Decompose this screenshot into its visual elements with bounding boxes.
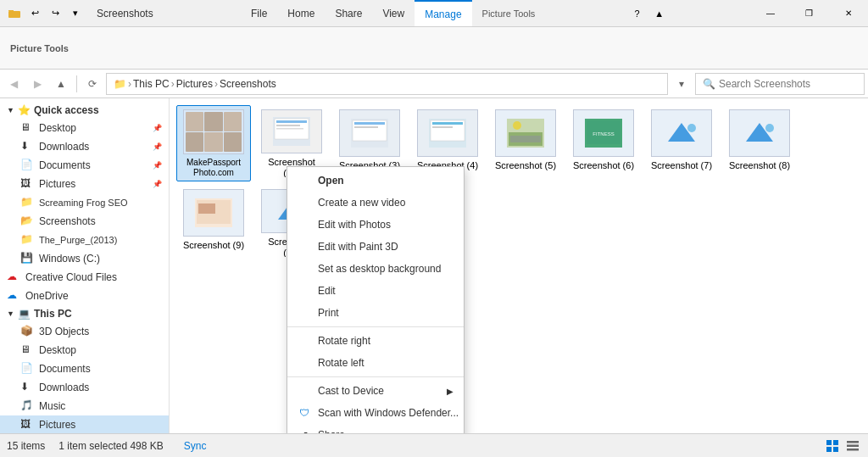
- path-this-pc[interactable]: This PC: [133, 78, 170, 90]
- documents-pc-icon: 📄: [20, 362, 34, 376]
- content-area: MakePassportPhoto.com Screenshot(10): [170, 98, 868, 433]
- sidebar-item-windows-c-quick[interactable]: 💾 Windows (C:): [0, 249, 169, 268]
- back-button[interactable]: ◀: [3, 74, 24, 94]
- tab-view[interactable]: View: [372, 0, 415, 26]
- file-name-screenshot7: Screenshot (7): [651, 160, 712, 171]
- file-item-screenshot8[interactable]: Screenshot (8): [722, 105, 797, 181]
- svg-rect-13: [432, 122, 463, 125]
- window-controls: — ❐ ✕: [751, 0, 868, 27]
- quick-access-toolbar: ↩ ↪ ▾: [0, 0, 90, 26]
- ctx-edit-paint3d[interactable]: Edit with Paint 3D: [287, 236, 464, 258]
- search-box[interactable]: 🔍: [695, 73, 865, 95]
- address-path[interactable]: 📁 › This PC › Pictures › Screenshots: [106, 73, 668, 95]
- pin-icon-doc: 📌: [153, 161, 162, 170]
- sidebar-group-this-pc[interactable]: ▼ 💻 This PC: [0, 305, 169, 322]
- file-item-screenshot6[interactable]: FITNESS Screenshot (6): [566, 105, 641, 181]
- minimize-button[interactable]: —: [751, 0, 790, 27]
- ctx-rotate-left[interactable]: Rotate left: [287, 352, 464, 374]
- svg-point-27: [765, 124, 774, 132]
- ctx-share[interactable]: ↗ Share: [287, 424, 464, 433]
- ctx-set-desktop[interactable]: Set as desktop background: [287, 258, 464, 280]
- svg-rect-40: [833, 447, 838, 452]
- ctx-scan-defender[interactable]: 🛡 Scan with Windows Defender...: [287, 402, 464, 424]
- tab-manage[interactable]: Manage: [415, 0, 471, 26]
- folder-purge-icon: 📁: [20, 233, 34, 247]
- file-item-screenshot5[interactable]: Screenshot (5): [488, 105, 563, 181]
- file-item-screenshot7[interactable]: Screenshot (7): [644, 105, 719, 181]
- file-thumbnail-makepassport: [183, 109, 244, 154]
- pin-icon: 📌: [153, 124, 162, 132]
- folder-icon-btn[interactable]: [5, 4, 24, 23]
- tab-file[interactable]: File: [241, 0, 277, 26]
- sidebar-item-desktop-pc[interactable]: 🖥 Desktop: [0, 341, 169, 359]
- list-view-button[interactable]: [844, 437, 861, 454]
- dropdown-btn[interactable]: ▾: [66, 4, 85, 23]
- path-pictures[interactable]: Pictures: [176, 78, 213, 90]
- sidebar-item-onedrive[interactable]: ☁ OneDrive: [0, 287, 169, 305]
- sidebar-item-pictures-pc[interactable]: 🖼 Pictures: [0, 415, 169, 433]
- title-bar: ↩ ↪ ▾ Screenshots File Home Share View M…: [0, 0, 868, 27]
- svg-rect-18: [510, 136, 541, 142]
- file-thumbnail-screenshot3: [339, 109, 400, 157]
- redo-btn[interactable]: ↪: [46, 4, 64, 23]
- ctx-edit[interactable]: Edit: [287, 280, 464, 302]
- rotate-right-icon: [298, 334, 311, 348]
- svg-rect-39: [826, 447, 832, 452]
- ctx-rotate-right[interactable]: Rotate right: [287, 330, 464, 352]
- sidebar-item-3d-objects[interactable]: 📦 3D Objects: [0, 322, 169, 341]
- file-item-makepassport[interactable]: MakePassportPhoto.com: [176, 105, 251, 181]
- sidebar-group-quick-access[interactable]: ▼ ⭐ Quick access: [0, 102, 169, 119]
- sidebar-item-downloads[interactable]: ⬇ Downloads 📌: [0, 137, 169, 156]
- window-title: Screenshots: [90, 8, 160, 20]
- shield-icon: 🛡: [298, 406, 311, 420]
- close-button[interactable]: ✕: [829, 0, 868, 27]
- search-input[interactable]: [719, 78, 857, 90]
- sidebar-item-purge[interactable]: 📁 The_Purge_(2013): [0, 231, 169, 249]
- cast-icon: [298, 384, 311, 398]
- up-button[interactable]: ▲: [51, 74, 71, 94]
- onedrive-icon: ☁: [7, 289, 20, 303]
- status-bar: 15 items 1 item selected 498 KB Sync: [0, 433, 868, 457]
- tab-home[interactable]: Home: [277, 0, 325, 26]
- drive-icon: 💾: [20, 252, 34, 265]
- sidebar-item-music[interactable]: 🎵 Music: [0, 397, 169, 415]
- ctx-print[interactable]: Print: [287, 302, 464, 324]
- collapse-ribbon-btn[interactable]: ▲: [648, 4, 670, 23]
- undo-btn[interactable]: ↩: [25, 4, 44, 23]
- forward-button[interactable]: ▶: [27, 74, 47, 94]
- grid-view-button[interactable]: [824, 437, 841, 454]
- file-name-makepassport: MakePassportPhoto.com: [186, 158, 241, 177]
- music-icon: 🎵: [20, 399, 34, 413]
- refresh-button[interactable]: ⟳: [82, 74, 103, 94]
- sidebar-item-desktop[interactable]: 🖥 Desktop 📌: [0, 119, 169, 137]
- address-dropdown-button[interactable]: ▾: [671, 74, 692, 94]
- path-screenshots[interactable]: Screenshots: [220, 78, 276, 90]
- svg-rect-9: [354, 122, 385, 125]
- creative-cloud-icon: ☁: [7, 270, 20, 284]
- main-area: ▼ ⭐ Quick access 🖥 Desktop 📌 ⬇ Downloads…: [0, 98, 868, 433]
- quick-access-label: Quick access: [34, 104, 99, 116]
- paint3d-icon: [298, 240, 311, 254]
- sidebar-item-creative-cloud[interactable]: ☁ Creative Cloud Files: [0, 268, 169, 287]
- sidebar-item-screenshots[interactable]: 📂 Screenshots: [0, 212, 169, 231]
- sidebar-item-screaming-frog[interactable]: 📁 Screaming Frog SEO: [0, 193, 169, 212]
- sidebar-item-documents-pc[interactable]: 📄 Documents: [0, 359, 169, 378]
- selected-info: 1 item selected 498 KB: [58, 440, 163, 452]
- chevron-this-pc-icon: ▼: [7, 309, 14, 318]
- sidebar-item-downloads-pc[interactable]: ⬇ Downloads: [0, 378, 169, 397]
- ctx-cast[interactable]: Cast to Device ▶: [287, 380, 464, 402]
- sidebar-item-pictures[interactable]: 🖼 Pictures 📌: [0, 175, 169, 193]
- rotate-left-icon: [298, 356, 311, 370]
- svg-point-17: [513, 121, 521, 130]
- file-name-screenshot5: Screenshot (5): [495, 160, 556, 171]
- file-item-screenshot9[interactable]: Screenshot (9): [176, 185, 251, 261]
- svg-rect-10: [354, 126, 378, 128]
- ctx-edit-photos[interactable]: Edit with Photos: [287, 214, 464, 236]
- help-btn[interactable]: ?: [626, 4, 648, 23]
- tab-picture-tools[interactable]: Picture Tools: [472, 0, 546, 26]
- tab-share[interactable]: Share: [325, 0, 372, 26]
- ctx-open[interactable]: Open: [287, 170, 464, 192]
- sidebar-item-documents[interactable]: 📄 Documents 📌: [0, 156, 169, 175]
- ctx-create-video[interactable]: Create a new video: [287, 192, 464, 214]
- maximize-button[interactable]: ❐: [790, 0, 829, 27]
